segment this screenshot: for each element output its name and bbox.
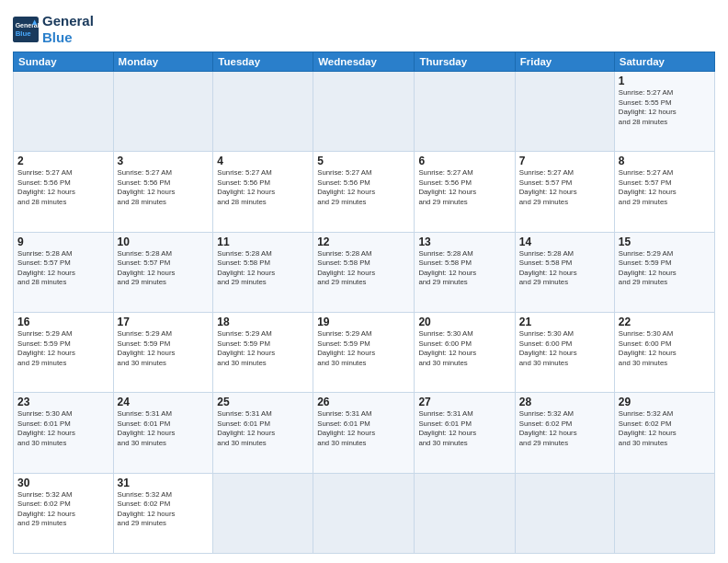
svg-text:Blue: Blue <box>16 29 32 38</box>
calendar-day-cell: 18 Sunrise: 5:29 AMSunset: 5:59 PMDaylig… <box>213 312 313 392</box>
day-info: Sunrise: 5:27 AMSunset: 5:56 PMDaylight:… <box>217 168 275 206</box>
day-number: 25 <box>217 396 309 408</box>
calendar-body: 1 Sunrise: 5:27 AMSunset: 5:55 PMDayligh… <box>14 72 715 554</box>
calendar-day-cell <box>213 72 313 152</box>
day-number: 31 <box>118 477 210 489</box>
day-info: Sunrise: 5:27 AMSunset: 5:56 PMDaylight:… <box>418 168 476 206</box>
day-number: 4 <box>217 155 309 167</box>
day-info: Sunrise: 5:28 AMSunset: 5:58 PMDaylight:… <box>519 249 577 287</box>
calendar-day-cell: 15 Sunrise: 5:29 AMSunset: 5:59 PMDaylig… <box>614 232 714 312</box>
calendar-day-cell: 30 Sunrise: 5:32 AMSunset: 6:02 PMDaylig… <box>14 473 114 553</box>
calendar-day-cell: 31 Sunrise: 5:32 AMSunset: 6:02 PMDaylig… <box>113 473 213 553</box>
day-number: 5 <box>317 155 410 167</box>
day-info: Sunrise: 5:29 AMSunset: 5:59 PMDaylight:… <box>619 249 677 287</box>
calendar-day-cell: 12 Sunrise: 5:28 AMSunset: 5:58 PMDaylig… <box>313 232 415 312</box>
calendar-day-cell: 17 Sunrise: 5:29 AMSunset: 5:59 PMDaylig… <box>113 312 213 392</box>
logo-icon: General Blue <box>13 17 39 42</box>
calendar-day-cell: 23 Sunrise: 5:30 AMSunset: 6:01 PMDaylig… <box>14 393 114 473</box>
day-number: 2 <box>17 155 109 167</box>
calendar-table: SundayMondayTuesdayWednesdayThursdayFrid… <box>13 52 715 554</box>
header: General Blue GeneralBlue <box>13 9 715 46</box>
day-info: Sunrise: 5:28 AMSunset: 5:58 PMDaylight:… <box>217 249 275 287</box>
calendar-week-row: 16 Sunrise: 5:29 AMSunset: 5:59 PMDaylig… <box>14 312 715 392</box>
day-number: 18 <box>217 316 309 328</box>
day-info: Sunrise: 5:27 AMSunset: 5:57 PMDaylight:… <box>519 168 577 206</box>
day-info: Sunrise: 5:31 AMSunset: 6:01 PMDaylight:… <box>317 409 375 447</box>
calendar-day-cell <box>415 473 515 553</box>
day-info: Sunrise: 5:29 AMSunset: 5:59 PMDaylight:… <box>217 329 275 367</box>
day-info: Sunrise: 5:27 AMSunset: 5:55 PMDaylight:… <box>619 88 677 126</box>
weekday-header-cell: Thursday <box>415 52 515 72</box>
day-number: 22 <box>619 316 711 328</box>
day-info: Sunrise: 5:32 AMSunset: 6:02 PMDaylight:… <box>17 490 75 528</box>
day-info: Sunrise: 5:28 AMSunset: 5:57 PMDaylight:… <box>17 249 75 287</box>
calendar-day-cell: 22 Sunrise: 5:30 AMSunset: 6:00 PMDaylig… <box>614 312 714 392</box>
weekday-header-cell: Friday <box>515 52 614 72</box>
calendar-day-cell <box>14 72 114 152</box>
day-number: 27 <box>418 396 510 408</box>
day-number: 29 <box>619 396 711 408</box>
weekday-header-cell: Monday <box>113 52 213 72</box>
calendar-day-cell: 16 Sunrise: 5:29 AMSunset: 5:59 PMDaylig… <box>14 312 114 392</box>
calendar-day-cell: 19 Sunrise: 5:29 AMSunset: 5:59 PMDaylig… <box>313 312 415 392</box>
calendar-day-cell: 13 Sunrise: 5:28 AMSunset: 5:58 PMDaylig… <box>415 232 515 312</box>
day-info: Sunrise: 5:32 AMSunset: 6:02 PMDaylight:… <box>118 490 176 528</box>
day-number: 11 <box>217 236 309 248</box>
day-number: 23 <box>17 396 109 408</box>
calendar-day-cell: 29 Sunrise: 5:32 AMSunset: 6:02 PMDaylig… <box>614 393 714 473</box>
calendar-day-cell <box>614 473 714 553</box>
day-number: 15 <box>619 236 711 248</box>
calendar-day-cell <box>213 473 313 553</box>
day-number: 9 <box>17 236 109 248</box>
day-info: Sunrise: 5:30 AMSunset: 6:00 PMDaylight:… <box>519 329 577 367</box>
day-number: 24 <box>118 396 210 408</box>
day-info: Sunrise: 5:31 AMSunset: 6:01 PMDaylight:… <box>118 409 176 447</box>
calendar-day-cell: 21 Sunrise: 5:30 AMSunset: 6:00 PMDaylig… <box>515 312 614 392</box>
day-info: Sunrise: 5:32 AMSunset: 6:02 PMDaylight:… <box>619 409 677 447</box>
day-info: Sunrise: 5:32 AMSunset: 6:02 PMDaylight:… <box>519 409 577 447</box>
calendar-day-cell: 3 Sunrise: 5:27 AMSunset: 5:56 PMDayligh… <box>113 152 213 232</box>
calendar-day-cell: 4 Sunrise: 5:27 AMSunset: 5:56 PMDayligh… <box>213 152 313 232</box>
calendar-day-cell: 2 Sunrise: 5:27 AMSunset: 5:56 PMDayligh… <box>14 152 114 232</box>
calendar-week-row: 1 Sunrise: 5:27 AMSunset: 5:55 PMDayligh… <box>14 72 715 152</box>
day-number: 17 <box>118 316 210 328</box>
day-info: Sunrise: 5:31 AMSunset: 6:01 PMDaylight:… <box>418 409 476 447</box>
calendar-day-cell: 5 Sunrise: 5:27 AMSunset: 5:56 PMDayligh… <box>313 152 415 232</box>
day-number: 12 <box>317 236 410 248</box>
day-info: Sunrise: 5:28 AMSunset: 5:58 PMDaylight:… <box>418 249 476 287</box>
calendar-day-cell: 25 Sunrise: 5:31 AMSunset: 6:01 PMDaylig… <box>213 393 313 473</box>
calendar-week-row: 23 Sunrise: 5:30 AMSunset: 6:01 PMDaylig… <box>14 393 715 473</box>
day-info: Sunrise: 5:28 AMSunset: 5:58 PMDaylight:… <box>317 249 375 287</box>
day-number: 8 <box>619 155 711 167</box>
day-info: Sunrise: 5:30 AMSunset: 6:01 PMDaylight:… <box>17 409 75 447</box>
calendar-week-row: 9 Sunrise: 5:28 AMSunset: 5:57 PMDayligh… <box>14 232 715 312</box>
day-number: 19 <box>317 316 410 328</box>
day-info: Sunrise: 5:30 AMSunset: 6:00 PMDaylight:… <box>418 329 476 367</box>
calendar-day-cell <box>313 473 415 553</box>
weekday-header-cell: Saturday <box>614 52 714 72</box>
weekday-header-cell: Tuesday <box>213 52 313 72</box>
calendar-day-cell: 10 Sunrise: 5:28 AMSunset: 5:57 PMDaylig… <box>113 232 213 312</box>
calendar-day-cell: 11 Sunrise: 5:28 AMSunset: 5:58 PMDaylig… <box>213 232 313 312</box>
calendar-day-cell <box>113 72 213 152</box>
day-info: Sunrise: 5:27 AMSunset: 5:56 PMDaylight:… <box>17 168 75 206</box>
day-info: Sunrise: 5:27 AMSunset: 5:56 PMDaylight:… <box>118 168 176 206</box>
logo-text: GeneralBlue <box>42 13 94 46</box>
calendar-day-cell <box>415 72 515 152</box>
day-number: 6 <box>418 155 510 167</box>
day-number: 20 <box>418 316 510 328</box>
calendar-page: General Blue GeneralBlue SundayMondayTue… <box>0 0 728 563</box>
calendar-day-cell: 8 Sunrise: 5:27 AMSunset: 5:57 PMDayligh… <box>614 152 714 232</box>
weekday-header-cell: Sunday <box>14 52 114 72</box>
weekday-header-row: SundayMondayTuesdayWednesdayThursdayFrid… <box>14 52 715 72</box>
day-number: 7 <box>519 155 610 167</box>
day-info: Sunrise: 5:27 AMSunset: 5:56 PMDaylight:… <box>317 168 375 206</box>
day-number: 28 <box>519 396 610 408</box>
calendar-day-cell <box>515 473 614 553</box>
day-number: 21 <box>519 316 610 328</box>
day-info: Sunrise: 5:31 AMSunset: 6:01 PMDaylight:… <box>217 409 275 447</box>
day-info: Sunrise: 5:30 AMSunset: 6:00 PMDaylight:… <box>619 329 677 367</box>
calendar-day-cell: 6 Sunrise: 5:27 AMSunset: 5:56 PMDayligh… <box>415 152 515 232</box>
calendar-day-cell: 9 Sunrise: 5:28 AMSunset: 5:57 PMDayligh… <box>14 232 114 312</box>
day-number: 26 <box>317 396 410 408</box>
